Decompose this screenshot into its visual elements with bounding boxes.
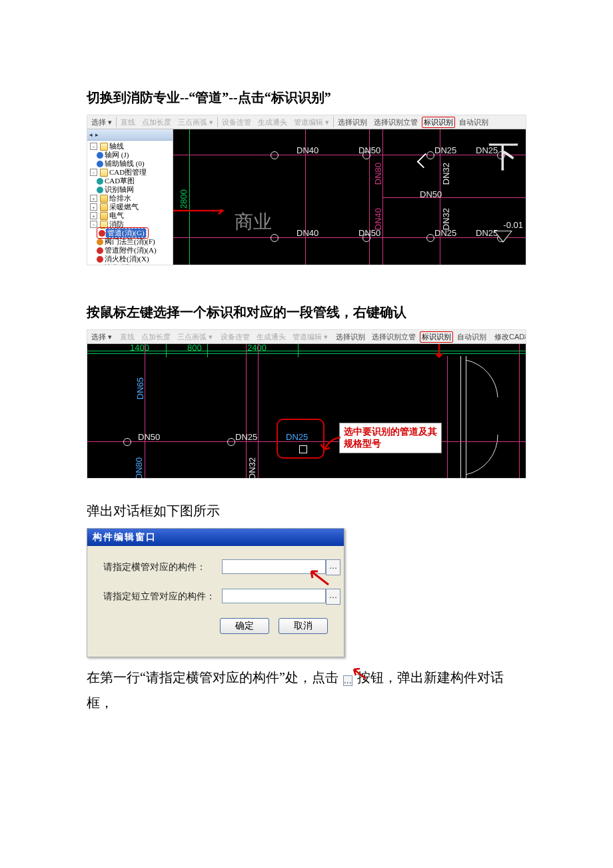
toolbar-devset[interactable]: 设备连管	[219, 117, 254, 127]
label-dn50: DN50	[138, 432, 160, 442]
dim-1400: 1400	[130, 344, 149, 353]
label-dn32: DN32	[441, 163, 451, 185]
toolbar-arc[interactable]: 三点画弧	[178, 117, 207, 127]
tree-hvac[interactable]: 采暖燃气	[109, 203, 139, 211]
toolbar-auto-id[interactable]: 自动识别	[454, 332, 489, 342]
instruction-1: 切换到消防专业--“管道”--点击“标识识别”	[87, 85, 526, 109]
draft-icon	[97, 178, 103, 185]
toolbar-edit[interactable]: 管道编辑	[294, 117, 323, 127]
tree-aux-axis[interactable]: 辅助轴线 (0)	[105, 159, 145, 168]
toolbar-2: 选择 ▾ 直线 点加长度 三点画弧 ▾ 设备连管 生成通头 管道编辑 ▾ 选择识…	[87, 330, 526, 344]
ok-button[interactable]: 确定	[220, 618, 269, 634]
toolbar-arc[interactable]: 三点画弧	[177, 332, 207, 342]
toolbar-edit-cad-label[interactable]: 修改CAD标注	[492, 332, 526, 342]
dialog-row2-browse-button[interactable]: …	[326, 589, 340, 605]
label-dn50: DN50	[420, 189, 442, 199]
grid-icon	[97, 161, 103, 167]
annotation-callout: 选中要识别的管道及其规格型号	[339, 423, 442, 453]
toolbar-select-id-riser[interactable]: 选择识别立管	[369, 332, 418, 342]
fitting-icon	[97, 247, 103, 254]
tree-hydrant[interactable]: 消火栓(消)(X)	[105, 255, 149, 263]
tree-axis[interactable]: 轴网 (J)	[105, 151, 129, 159]
dialog-component-edit: 构件编辑窗口 请指定横管对应的构件： … 请指定短立管对应的构件： … 确定 取…	[87, 528, 344, 657]
toolbar-select[interactable]: 选择	[91, 332, 106, 342]
folder-open-icon	[100, 169, 108, 177]
door-arc-icon	[466, 357, 519, 404]
folder-open-icon	[100, 143, 108, 151]
project-tree-pane: ◂▸ -轴线 轴网 (J) 辅助轴线 (0) -CAD图管理 CAD草图 识别轴…	[87, 129, 173, 265]
hydrant-icon	[97, 256, 103, 263]
screenshot-2: 选择 ▾ 直线 点加长度 三点画弧 ▾ 设备连管 生成通头 管道编辑 ▾ 选择识…	[87, 329, 526, 479]
toolbar-select[interactable]: 选择	[91, 117, 106, 127]
dim-2800: 2800	[179, 189, 189, 209]
text-down: 下	[488, 136, 519, 177]
toolbar-edit[interactable]: 管道编辑	[293, 332, 322, 342]
tree-header: ◂▸	[87, 129, 173, 141]
text-commerce: 商业	[235, 209, 272, 235]
label-dn40v: DN40	[373, 208, 383, 230]
dim-800: 800	[187, 344, 202, 353]
cancel-button[interactable]: 取消	[279, 618, 328, 634]
tree-fitting[interactable]: 管道附件(消)(A)	[105, 246, 157, 255]
instruction-2: 按鼠标左键选择一个标识和对应的一段管线，右键确认	[87, 300, 526, 324]
toolbar-select-id[interactable]: 选择识别	[335, 117, 370, 127]
tree-sprinkler[interactable]: 喷头(消)(P)	[105, 263, 141, 265]
inline-browse-button-icon: …	[343, 667, 352, 691]
label-dn40: DN40	[297, 145, 318, 155]
valve-icon	[97, 239, 103, 245]
label-dn32: DN32	[247, 457, 257, 478]
annotation-arrow-icon	[305, 567, 331, 587]
tree-water[interactable]: 给排水	[109, 194, 131, 203]
sprinkler-icon	[97, 265, 103, 265]
annotation-arrow-icon	[173, 209, 236, 232]
net-icon	[97, 187, 103, 193]
tree-pipe-selected[interactable]: 管道(消)(G)	[105, 228, 147, 238]
folder-icon	[100, 203, 108, 211]
label-dn50: DN50	[358, 145, 380, 155]
dialog-row2-input[interactable]	[222, 589, 326, 603]
toolbar-line[interactable]: 直线	[117, 332, 137, 342]
tree-cad-img[interactable]: CAD草图	[105, 177, 135, 185]
toolbar-select-id[interactable]: 选择识别	[333, 332, 368, 342]
toolbar-label-id[interactable]: 标识识别	[420, 331, 453, 343]
toolbar-devset[interactable]: 设备连管	[218, 332, 253, 342]
label-dn65: DN65	[135, 377, 145, 399]
label-dn80: DN80	[373, 163, 383, 185]
label-dn40: DN40	[297, 228, 318, 238]
folder-icon	[100, 212, 108, 220]
annotation-arrow-icon	[434, 344, 444, 361]
label-dn32: DN32	[441, 208, 451, 230]
toolbar-line[interactable]: 直线	[118, 117, 138, 127]
grid-icon	[97, 152, 103, 159]
tree-root[interactable]: 轴线	[109, 142, 124, 151]
dialog-row2-label: 请指定短立管对应的构件：	[103, 591, 217, 603]
tree-cad-mgr[interactable]: CAD图管理	[109, 168, 147, 177]
tree-elec[interactable]: 电气	[109, 211, 124, 220]
toolbar-dim[interactable]: 点加长度	[139, 332, 173, 342]
instruction-3: 弹出对话框如下图所示	[87, 499, 526, 523]
dialog-row1-label: 请指定横管对应的构件：	[103, 561, 217, 573]
label-dn80: DN80	[134, 457, 144, 478]
toolbar-1: 选择 ▾ 直线 点加长度 三点画弧 ▾ 设备连管 生成通头 管道编辑 ▾ 选择识…	[87, 115, 526, 129]
label-dn25: DN25	[235, 432, 257, 442]
dialog-title: 构件编辑窗口	[87, 529, 344, 546]
pipe-icon	[99, 230, 105, 237]
label-dn25: DN25	[434, 145, 456, 155]
toolbar-gen[interactable]: 生成通头	[255, 117, 290, 127]
tree-id-axis[interactable]: 识别轴网	[105, 185, 134, 194]
toolbar-label-id[interactable]: 标识识别	[422, 117, 455, 128]
cad-canvas-2[interactable]: 1400 800 2400 DN65 DN50 DN25	[87, 344, 526, 478]
toolbar-dim[interactable]: 点加长度	[139, 117, 174, 127]
triangle-icon	[494, 231, 512, 243]
label-elev: -0.01	[503, 220, 523, 230]
folder-icon	[100, 195, 108, 203]
toolbar-select-id-riser[interactable]: 选择识别立管	[371, 117, 420, 127]
toolbar-gen[interactable]: 生成通头	[254, 332, 289, 342]
cad-canvas-1[interactable]: DN40 DN50 DN25 DN25 DN50 DN40 DN50 DN25 …	[173, 129, 526, 265]
tree-valve[interactable]: 阀门法兰(消)(F)	[105, 237, 155, 246]
pick-cursor-icon	[299, 445, 307, 453]
toolbar-auto-id[interactable]: 自动识别	[456, 117, 491, 127]
screenshot-1: 选择 ▾ 直线 点加长度 三点画弧 ▾ 设备连管 生成通头 管道编辑 ▾ 选择识…	[87, 115, 526, 265]
annotation-arrow-icon	[320, 435, 343, 455]
door-arc-icon	[466, 424, 519, 477]
